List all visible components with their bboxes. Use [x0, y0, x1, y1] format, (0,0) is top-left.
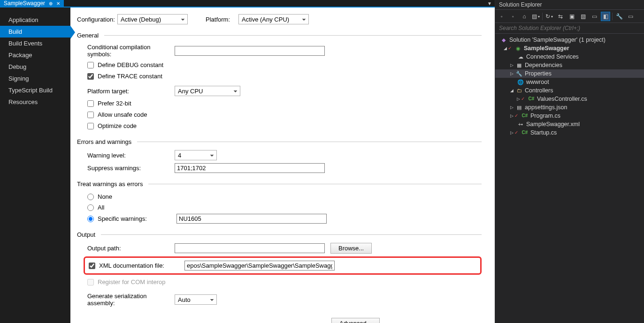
solution-icon: ◆	[500, 36, 507, 44]
gen-serialization-select[interactable]: Auto	[175, 294, 217, 305]
section-output-title: Output	[77, 231, 95, 238]
tree-connected-services[interactable]: ☁ Connected Services	[495, 53, 644, 61]
expander-icon[interactable]: ▷	[510, 61, 514, 69]
expander-icon[interactable]: ▷	[517, 95, 520, 103]
allow-unsafe-checkbox[interactable]	[87, 112, 94, 118]
define-debug-checkbox[interactable]	[87, 62, 94, 68]
xml-doc-checkbox[interactable]	[89, 263, 95, 269]
suppress-warnings-input[interactable]	[175, 163, 325, 173]
solution-explorer-search-input[interactable]	[495, 23, 644, 33]
advanced-button[interactable]: Advanced...	[331, 318, 380, 323]
sidebar-item-resources[interactable]: Resources	[0, 96, 70, 108]
treat-specific-radio[interactable]	[87, 216, 94, 222]
tree-wwwroot[interactable]: 🌐 wwwroot	[495, 78, 644, 86]
properties-icon[interactable]: ▭	[590, 12, 599, 21]
sidebar-item-build-events[interactable]: Build Events	[0, 38, 70, 49]
git-status-icon: ✓	[521, 95, 525, 103]
sidebar-item-build[interactable]: Build	[0, 26, 70, 38]
platform-target-select[interactable]: Any CPU	[175, 86, 240, 96]
expander-icon[interactable]: ◢	[510, 86, 514, 95]
configuration-select[interactable]: Active (Debug)	[117, 14, 188, 24]
warning-level-select[interactable]: 4	[175, 150, 217, 160]
tree-appsettings[interactable]: ▷ ▤ appsettings.json	[495, 103, 644, 112]
expander-icon[interactable]: ▷	[510, 69, 514, 78]
collapse-icon[interactable]: ▣	[567, 12, 576, 21]
git-status-icon: ✓	[514, 112, 518, 120]
platform-target-label: Platform target:	[87, 88, 175, 95]
xml-doc-input[interactable]	[184, 261, 335, 270]
close-icon[interactable]: ✕	[56, 1, 60, 6]
tree-dependencies[interactable]: ▷ ▦ Dependencies	[495, 61, 644, 69]
tree-properties[interactable]: ▷ 🔧 Properties	[495, 69, 644, 78]
sidebar-item-package[interactable]: Package	[0, 49, 70, 61]
treat-specific-input[interactable]	[176, 214, 327, 224]
warning-level-label: Warning level:	[87, 152, 175, 159]
json-file-icon: ▤	[515, 103, 523, 112]
sidebar-item-signing[interactable]: Signing	[0, 73, 70, 84]
forward-icon[interactable]: ◦	[508, 12, 518, 21]
xml-doc-label: XML documentation file:	[99, 261, 181, 270]
expander-icon[interactable]: ▷	[510, 128, 514, 137]
define-trace-checkbox[interactable]	[87, 73, 94, 80]
preview-icon[interactable]: ◧	[601, 12, 610, 21]
platform-label: Platform:	[206, 16, 234, 23]
git-status-icon: ✓	[508, 44, 512, 53]
define-debug-label: Define DEBUG constant	[98, 60, 163, 70]
tab-label: SampleSwagger	[4, 0, 45, 7]
sidebar-item-application[interactable]: Application	[0, 14, 70, 26]
refresh-icon[interactable]: ⇆	[556, 12, 565, 21]
browse-button[interactable]: Browse...	[330, 243, 372, 254]
csharp-file-icon: C#	[521, 128, 529, 137]
section-treat-title: Treat warnings as errors	[77, 180, 143, 188]
solution-explorer-title: Solution Explorer	[495, 0, 644, 9]
tree-controllers[interactable]: ◢ 🗀 Controllers	[495, 86, 644, 95]
tree-startup[interactable]: ▷ ✓ C# Startup.cs	[495, 128, 644, 137]
solution-explorer: Solution Explorer ◦ ◦ ⌂ ▤ ↻ ⇆ ▣ ▧ ▭ ◧ 🔧 …	[495, 0, 644, 323]
treat-all-radio[interactable]	[87, 204, 94, 211]
pin-icon[interactable]: ⊕	[49, 1, 53, 6]
project-icon: ◉	[514, 44, 522, 53]
solution-tree: ◆ Solution 'SampleSwagger' (1 project) ◢…	[495, 34, 644, 139]
output-path-input[interactable]	[175, 243, 325, 253]
scope-icon[interactable]: ▤	[531, 12, 540, 21]
pin-panel-icon[interactable]: ▭	[626, 12, 635, 21]
cond-symbols-label: Conditional compilation symbols:	[87, 44, 175, 58]
optimize-checkbox[interactable]	[87, 123, 94, 129]
suppress-warnings-label: Suppress warnings:	[87, 165, 175, 172]
solution-explorer-toolbar: ◦ ◦ ⌂ ▤ ↻ ⇆ ▣ ▧ ▭ ◧ 🔧 ▭	[495, 9, 644, 23]
sidebar-item-debug[interactable]: Debug	[0, 61, 70, 73]
cond-symbols-input[interactable]	[175, 46, 325, 56]
expander-icon[interactable]: ▷	[510, 112, 514, 120]
tree-program[interactable]: ▷ ✓ C# Program.cs	[495, 112, 644, 120]
treat-none-radio[interactable]	[87, 194, 94, 200]
git-status-icon: ✓	[514, 128, 518, 137]
tree-values-controller[interactable]: ▷ ✓ C# ValuesController.cs	[495, 95, 644, 103]
cloud-icon: ☁	[517, 53, 524, 61]
register-com-label: Register for COM interop	[98, 278, 166, 287]
wrench-icon[interactable]: 🔧	[614, 12, 624, 21]
xml-doc-highlight: XML documentation file:	[84, 256, 482, 275]
expander-icon[interactable]: ▷	[510, 103, 514, 112]
prefer32-checkbox[interactable]	[87, 100, 94, 107]
back-icon[interactable]: ◦	[497, 12, 506, 21]
csharp-file-icon: C#	[528, 95, 535, 103]
treat-none-label: None	[98, 192, 112, 202]
tree-sampleswagger-xml[interactable]: +▪ SampleSwagger.xml	[495, 120, 644, 128]
xml-file-icon: +▪	[517, 120, 524, 128]
tree-solution[interactable]: ◆ Solution 'SampleSwagger' (1 project)	[495, 36, 644, 44]
expander-icon[interactable]: ◢	[504, 44, 507, 53]
globe-icon: 🌐	[517, 78, 524, 86]
tab-sampleswagger[interactable]: SampleSwagger ⊕ ✕	[0, 0, 64, 7]
solution-explorer-search[interactable]	[495, 23, 644, 34]
platform-select[interactable]: Active (Any CPU)	[238, 14, 309, 24]
show-all-icon[interactable]: ▧	[578, 12, 588, 21]
section-errors-title: Errors and warnings	[77, 138, 131, 145]
sync-icon[interactable]: ↻	[544, 12, 554, 21]
home-icon[interactable]: ⌂	[520, 12, 529, 21]
tab-overflow-dropdown[interactable]: ▼	[484, 0, 495, 7]
sidebar-item-typescript-build[interactable]: TypeScript Build	[0, 84, 70, 96]
tree-project[interactable]: ◢ ✓ ◉ SampleSwagger	[495, 44, 644, 53]
editor-area: SampleSwagger ⊕ ✕ ▼ Application Build Bu…	[0, 0, 495, 323]
prefer32-label: Prefer 32-bit	[98, 99, 131, 108]
optimize-label: Optimize code	[98, 121, 137, 131]
